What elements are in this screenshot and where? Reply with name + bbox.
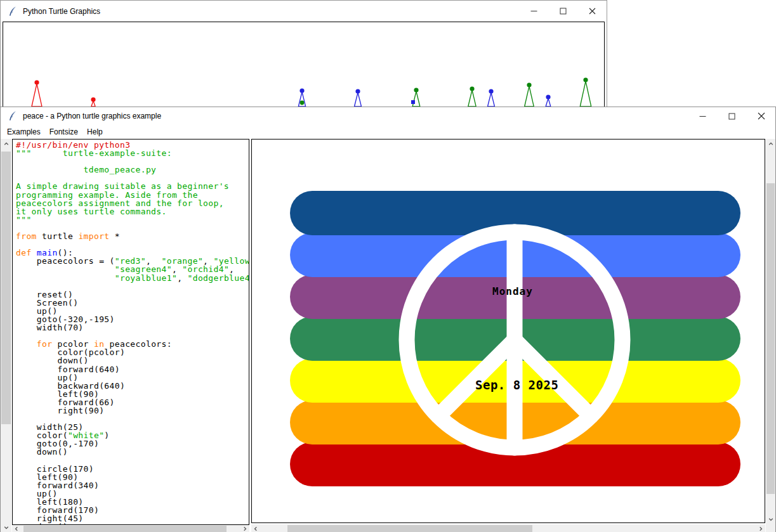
front-maximize-button[interactable] xyxy=(723,109,741,123)
chevron-down-icon xyxy=(3,524,10,531)
canvas-scroll-left-button[interactable] xyxy=(251,524,260,532)
window-peace-example: peace - a Python turtle graphics example… xyxy=(0,107,776,532)
canvas-date-text: Sep. 8 2025 xyxy=(475,378,558,392)
front-close-button[interactable] xyxy=(752,109,770,123)
maximize-icon xyxy=(560,8,567,15)
peace-symbol xyxy=(252,139,765,522)
front-titlebar[interactable]: peace - a Python turtle graphics example xyxy=(1,107,775,125)
code-line: right(90) xyxy=(16,406,249,415)
turtle-figure xyxy=(354,89,361,107)
menu-help[interactable]: Help xyxy=(86,126,103,138)
chevron-down-icon xyxy=(768,516,774,522)
code-scroll-up-button[interactable] xyxy=(1,139,11,149)
turtle-square xyxy=(411,100,415,104)
turtle-figure xyxy=(525,82,534,107)
back-close-button[interactable] xyxy=(583,4,602,18)
canvas-hscroll-thumb[interactable] xyxy=(287,525,532,532)
code-line: from turtle import * xyxy=(16,232,249,240)
code-line: """ turtle-example-suite: xyxy=(16,149,249,157)
canvas-scroll-up-button[interactable] xyxy=(766,139,775,149)
turtle-figure xyxy=(546,94,551,107)
turtle-figure xyxy=(487,89,494,107)
canvas-scroll-right-button[interactable] xyxy=(756,524,765,532)
close-icon xyxy=(589,8,596,15)
scrollbar-corner xyxy=(766,524,775,532)
turtle-figure xyxy=(580,77,591,107)
tk-feather-icon xyxy=(8,6,17,16)
menu-fontsize[interactable]: Fontsize xyxy=(49,126,79,138)
turtle-figure xyxy=(91,97,95,107)
code-scroll-down-button[interactable] xyxy=(1,522,11,532)
tk-feather-icon xyxy=(8,111,17,121)
desktop: Python Turtle Graphics peace - a Python … xyxy=(0,0,776,532)
code-scroll-right-button[interactable] xyxy=(240,525,249,532)
chevron-left-icon xyxy=(13,526,20,532)
window-content: #!/usr/bin/env python3""" turtle-example… xyxy=(1,139,775,532)
minimize-icon xyxy=(699,113,706,120)
chevron-left-icon xyxy=(253,526,259,532)
code-vscroll-thumb[interactable] xyxy=(1,152,11,424)
back-window-title: Python Turtle Graphics xyxy=(23,7,100,16)
code-line: tdemo_peace.py xyxy=(16,165,249,174)
code-line: down() xyxy=(16,448,249,456)
canvas-day-text: Monday xyxy=(492,285,533,297)
code-line: width(70) xyxy=(16,323,249,332)
chevron-right-icon xyxy=(758,526,764,532)
turtle-figure xyxy=(32,80,42,107)
chevron-up-icon xyxy=(3,141,10,147)
chevron-right-icon xyxy=(242,526,248,532)
back-maximize-button[interactable] xyxy=(554,4,572,18)
close-icon xyxy=(758,112,765,120)
menu-bar: ExamplesFontsizeHelp xyxy=(1,125,775,139)
code-scroll-left-button[interactable] xyxy=(12,525,21,532)
back-titlebar[interactable]: Python Turtle Graphics xyxy=(1,1,607,22)
minimize-icon xyxy=(530,8,537,15)
code-hscrollbar[interactable] xyxy=(12,525,249,532)
code-text: #!/usr/bin/env python3""" turtle-example… xyxy=(16,141,249,525)
canvas-hscrollbar[interactable] xyxy=(251,524,765,532)
front-minimize-button[interactable] xyxy=(694,109,712,123)
front-window-title: peace - a Python turtle graphics example xyxy=(23,112,161,120)
graphics-canvas: Monday Sep. 8 2025 xyxy=(251,139,765,523)
code-line: """ xyxy=(16,216,249,224)
back-minimize-button[interactable] xyxy=(525,4,543,18)
code-line: it only uses turtle commands. xyxy=(16,207,249,216)
code-vscrollbar[interactable] xyxy=(1,139,11,532)
code-line: "royalblue1", "dodgerblue4") xyxy=(16,274,249,282)
canvas-vscroll-thumb[interactable] xyxy=(766,183,775,494)
turtle-figure xyxy=(468,86,476,107)
code-pane[interactable]: #!/usr/bin/env python3""" turtle-example… xyxy=(12,139,249,525)
menu-examples[interactable]: Examples xyxy=(6,126,41,138)
chevron-up-icon xyxy=(768,141,774,147)
code-hscroll-thumb[interactable] xyxy=(23,526,227,532)
maximize-icon xyxy=(728,113,735,120)
turtle-dot xyxy=(300,101,305,105)
canvas-scroll-down-button[interactable] xyxy=(766,514,775,524)
canvas-vscrollbar[interactable] xyxy=(766,139,775,524)
